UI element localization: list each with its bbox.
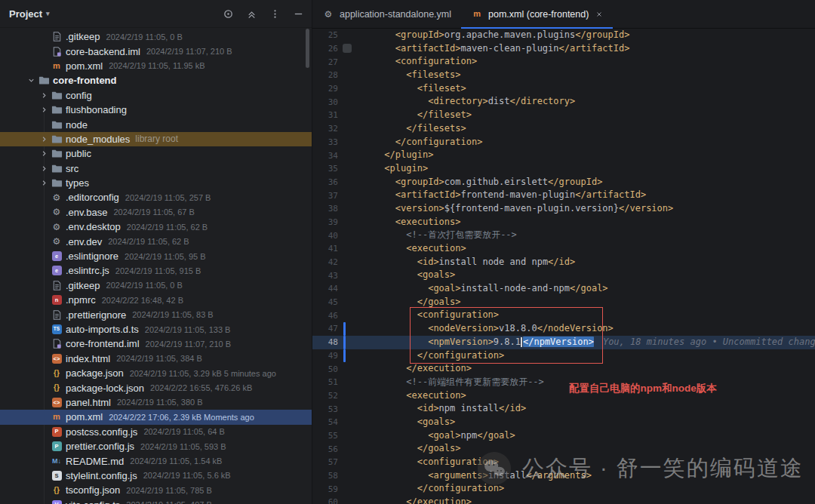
code-line-60[interactable]: 60 </execution> — [312, 496, 815, 504]
tree-item-node_modules[interactable]: node_moduleslibrary root — [0, 132, 312, 146]
tree-item-.editorconfig[interactable]: ⚙.editorconfig2024/2/19 11:05, 257 B — [0, 190, 312, 204]
code-line-51[interactable]: 51 <!--前端组件有更新需要放开--> — [312, 376, 815, 389]
code-line-43[interactable]: 43 <goals> — [312, 269, 815, 282]
code-line-50[interactable]: 50 </execution> — [312, 362, 815, 376]
tree-item-flushbonading[interactable]: flushbonading — [0, 103, 312, 117]
chevron-right-icon[interactable] — [38, 149, 50, 158]
tree-item-tsconfig.json[interactable]: {}tsconfig.json2024/2/19 11:05, 785 B — [0, 483, 312, 497]
code-line-44[interactable]: 44 <goal>install-node-and-npm</goal> — [312, 282, 815, 296]
tree-item-label: core-backend.iml — [66, 46, 140, 57]
code-line-32[interactable]: 32 </filesets> — [312, 122, 815, 136]
hide-icon[interactable] — [292, 8, 304, 20]
code-line-27[interactable]: 27 <configuration> — [312, 55, 815, 69]
tree-item-src[interactable]: src — [0, 161, 312, 176]
code-line-31[interactable]: 31 </fileset> — [312, 109, 815, 122]
code-line-55[interactable]: 55 <goal>npm</goal> — [312, 429, 815, 443]
tree-item-.prettierignore[interactable]: .prettierignore2024/2/19 11:05, 83 B — [0, 307, 312, 321]
project-tree-scrollbar[interactable] — [305, 29, 311, 496]
code-line-46[interactable]: 46 <configuration> — [312, 309, 815, 322]
code-line-48[interactable]: 48 <npmVersion>9.8.1</npmVersion>You, 18… — [312, 336, 815, 349]
line-number: 33 — [312, 137, 341, 147]
locate-icon[interactable] — [222, 8, 234, 20]
tree-item-.npmrc[interactable]: n.npmrc2024/2/22 16:48, 42 B — [0, 293, 312, 307]
tree-item-postcss.config.js[interactable]: Ppostcss.config.js2024/2/19 11:05, 64 B — [0, 425, 312, 439]
tree-item-.eslintignore[interactable]: e.eslintignore2024/2/19 11:05, 95 B — [0, 249, 312, 263]
code-line-40[interactable]: 40 <!--首次打包需要放开--> — [312, 229, 815, 242]
code-line-47[interactable]: 47 <nodeVersion>v18.8.0</nodeVersion> — [312, 322, 815, 336]
code-line-30[interactable]: 30 <directory>dist</directory> — [312, 95, 815, 109]
tree-item-prettier.config.js[interactable]: Pprettier.config.js2024/2/19 11:05, 593 … — [0, 439, 312, 453]
code-line-45[interactable]: 45 </goals> — [312, 296, 815, 309]
tree-item-config[interactable]: config — [0, 88, 312, 103]
chevron-right-icon[interactable] — [38, 179, 50, 187]
project-panel-title: Project — [9, 8, 42, 20]
line-number: 59 — [312, 484, 341, 494]
tree-item-meta: 2024/2/19 11:05, 95 B — [125, 252, 205, 261]
code-line-36[interactable]: 36 <groupId>com.github.eirslett</groupId… — [312, 176, 815, 189]
line-number: 44 — [312, 284, 341, 293]
tree-item-.env.desktop[interactable]: ⚙.env.desktop2024/2/19 11:05, 62 B — [0, 220, 312, 234]
line-number: 39 — [312, 217, 341, 227]
tree-item-.gitkeep[interactable]: .gitkeep2024/2/19 11:05, 0 B — [0, 278, 312, 293]
line-number: 46 — [312, 311, 341, 321]
chevron-right-icon[interactable] — [38, 91, 50, 100]
more-icon[interactable] — [269, 8, 281, 20]
tree-item-meta: 2024/2/19 11:05, 915 B — [115, 266, 201, 275]
tab-application-standalone.yml[interactable]: ⚙application-standalone.yml — [312, 0, 461, 28]
code-line-29[interactable]: 29 <fileset> — [312, 82, 815, 96]
close-icon[interactable] — [595, 11, 603, 18]
code-line-52[interactable]: 52 <execution> — [312, 389, 815, 403]
code-line-41[interactable]: 41 <execution> — [312, 242, 815, 256]
tree-item-core-frontend[interactable]: core-frontend — [0, 73, 312, 88]
code-line-54[interactable]: 54 <goals> — [312, 416, 815, 429]
line-number: 54 — [312, 417, 341, 427]
code-line-49[interactable]: 49 </configuration> — [312, 349, 815, 363]
tree-item-panel.html[interactable]: <>panel.html2024/2/19 11:05, 380 B — [0, 395, 312, 410]
tree-item-stylelint.config.js[interactable]: Sstylelint.config.js2024/2/19 11:05, 5.6… — [0, 469, 312, 483]
tree-item-pom.xml[interactable]: mpom.xml2024/2/19 11:05, 11.95 kB — [0, 59, 312, 73]
code-line-37[interactable]: 37 <artifactId>frontend-maven-plugin</ar… — [312, 189, 815, 202]
tree-item-core-backend.iml[interactable]: core-backend.iml2024/2/19 11:07, 210 B — [0, 44, 312, 58]
tree-item-package-lock.json[interactable]: {}package-lock.json2024/2/22 16:55, 476.… — [0, 380, 312, 395]
chevron-right-icon[interactable] — [38, 164, 50, 173]
tree-item-public[interactable]: public — [0, 146, 312, 161]
line-number: 45 — [312, 297, 341, 307]
code-line-34[interactable]: 34 </plugin> — [312, 149, 815, 162]
code-line-53[interactable]: 53 <id>npm install</id> — [312, 402, 815, 416]
code-line-35[interactable]: 35 <plugin> — [312, 162, 815, 176]
code-line-33[interactable]: 33 </configuration> — [312, 136, 815, 149]
folder-icon — [50, 118, 63, 131]
tab-pom.xml--core-frontend-[interactable]: mpom.xml (core-frontend) — [461, 0, 613, 28]
tree-item-.env.base[interactable]: ⚙.env.base2024/2/19 11:05, 67 B — [0, 205, 312, 220]
tree-item-node[interactable]: node — [0, 117, 312, 131]
tree-item-package.json[interactable]: {}package.json2024/2/19 11:05, 3.29 kB 5… — [0, 366, 312, 380]
vcs-change-marker — [341, 349, 347, 363]
chevron-right-icon[interactable] — [38, 106, 50, 114]
gutter-spacer — [341, 216, 347, 229]
tree-item-readme.md[interactable]: M↓README.md2024/2/19 11:05, 1.54 kB — [0, 453, 312, 468]
tree-item-.gitkeep[interactable]: .gitkeep2024/2/19 11:05, 0 B — [0, 29, 312, 44]
code-line-26[interactable]: 26 <artifactId>maven-clean-plugin</artif… — [312, 42, 815, 56]
tree-item-vite.config.ts[interactable]: Vvite.config.ts2024/2/19 11:05, 497 B — [0, 498, 312, 504]
chevron-right-icon[interactable] — [38, 135, 50, 143]
tree-item-.eslintrc.js[interactable]: e.eslintrc.js2024/2/19 11:05, 915 B — [0, 263, 312, 278]
tree-item-label: package-lock.json — [66, 383, 144, 394]
chevron-down-icon[interactable] — [26, 76, 37, 85]
tree-item-core-frontend.iml[interactable]: core-frontend.iml2024/2/19 11:07, 210 B — [0, 337, 312, 351]
editor[interactable]: 25 <groupId>org.apache.maven.plugins</gr… — [312, 29, 815, 504]
tree-item-.env.dev[interactable]: ⚙.env.dev2024/2/19 11:05, 62 B — [0, 234, 312, 248]
code-line-28[interactable]: 28 <filesets> — [312, 69, 815, 82]
tree-item-pom.xml[interactable]: mpom.xml2024/2/22 17:06, 2.39 kB Moments… — [0, 410, 312, 424]
project-view-selector[interactable]: Project ▾ — [9, 8, 50, 20]
gutter-icon[interactable] — [343, 44, 352, 53]
tree-item-index.html[interactable]: <>index.html2024/2/19 11:05, 384 B — [0, 352, 312, 366]
code-line-39[interactable]: 39 <executions> — [312, 216, 815, 229]
collapse-all-icon[interactable] — [245, 8, 257, 20]
scrollbar-thumb[interactable] — [306, 29, 309, 68]
code-line-38[interactable]: 38 <version>${frontend-maven-plugin.vers… — [312, 202, 815, 216]
tree-item-meta: 2024/2/22 16:55, 476.26 kB — [150, 383, 252, 392]
code-line-25[interactable]: 25 <groupId>org.apache.maven.plugins</gr… — [312, 29, 815, 42]
tree-item-types[interactable]: types — [0, 176, 312, 190]
code-line-42[interactable]: 42 <id>install node and npm</id> — [312, 256, 815, 269]
tree-item-auto-imports.d.ts[interactable]: TSauto-imports.d.ts2024/2/19 11:05, 133 … — [0, 322, 312, 337]
